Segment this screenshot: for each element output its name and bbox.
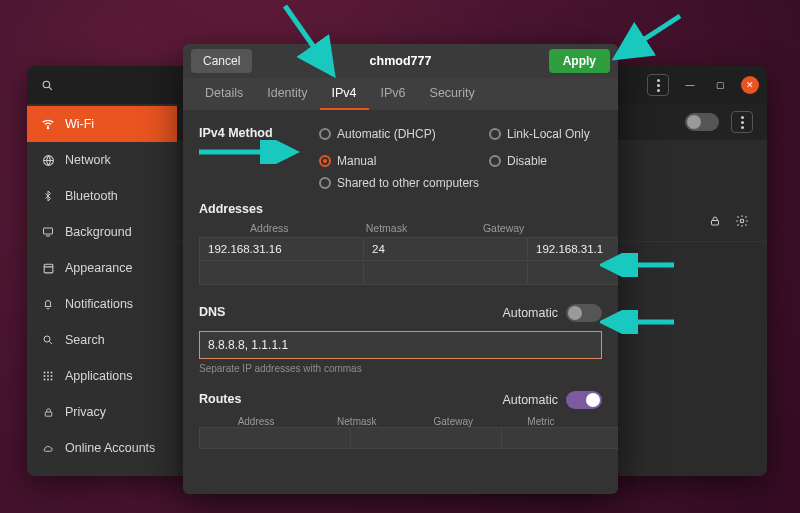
- col-netmask: Netmask: [338, 222, 436, 234]
- network-dialog: Cancel chmod777 Apply Details Identity I…: [183, 44, 618, 494]
- wifi-toggle[interactable]: [685, 113, 719, 131]
- route-netmask-input[interactable]: [351, 427, 502, 449]
- dns-input[interactable]: [199, 331, 602, 359]
- dialog-body: IPv4 Method Automatic (DHCP) Link-Local …: [183, 110, 618, 494]
- apply-button[interactable]: Apply: [549, 49, 610, 73]
- radio-label: Automatic (DHCP): [337, 127, 436, 141]
- svg-line-1: [49, 87, 52, 90]
- sidebar-item-network[interactable]: Network: [27, 142, 177, 178]
- search-icon: [41, 333, 55, 347]
- minimize-button[interactable]: —: [681, 76, 699, 94]
- address-row: [199, 237, 602, 261]
- sidebar-label: Applications: [65, 369, 132, 383]
- sidebar-label: Network: [65, 153, 111, 167]
- svg-point-17: [51, 379, 53, 381]
- dns-hint: Separate IP addresses with commas: [199, 363, 602, 374]
- tab-identity[interactable]: Identity: [255, 78, 319, 110]
- sidebar-label: Background: [65, 225, 132, 239]
- addresses-table: Address Netmask Gateway: [199, 222, 602, 285]
- radio-link[interactable]: Link-Local Only: [489, 127, 618, 141]
- search-icon[interactable]: [35, 79, 60, 92]
- lock-icon: [41, 405, 55, 419]
- svg-point-13: [47, 375, 49, 377]
- netmask-input[interactable]: [364, 261, 528, 285]
- svg-point-20: [740, 219, 744, 223]
- col-gateway: Gateway: [435, 222, 572, 234]
- svg-rect-18: [45, 412, 51, 416]
- address-input[interactable]: [199, 261, 364, 285]
- close-button[interactable]: ✕: [741, 76, 759, 94]
- svg-point-15: [44, 379, 46, 381]
- bell-icon: [41, 297, 55, 311]
- routes-section-header: Routes Automatic: [199, 388, 602, 412]
- svg-point-7: [44, 336, 50, 342]
- radio-manual[interactable]: Manual: [319, 154, 489, 168]
- radio-auto[interactable]: Automatic (DHCP): [319, 127, 489, 141]
- routes-row: [199, 427, 602, 449]
- svg-point-0: [43, 81, 50, 88]
- address-row: [199, 261, 602, 285]
- gateway-input[interactable]: [528, 261, 618, 285]
- svg-point-11: [51, 372, 53, 374]
- sidebar-item-online-accounts[interactable]: Online Accounts: [27, 430, 177, 466]
- radio-shared[interactable]: Shared to other computers: [319, 176, 618, 190]
- sidebar-item-wifi[interactable]: Wi-Fi: [27, 106, 177, 142]
- sidebar-label: Bluetooth: [65, 189, 118, 203]
- sidebar-item-background[interactable]: Background: [27, 214, 177, 250]
- ipv4-method-section: IPv4 Method Automatic (DHCP) Link-Local …: [199, 122, 602, 190]
- dialog-header: Cancel chmod777 Apply: [183, 44, 618, 78]
- tab-security[interactable]: Security: [418, 78, 487, 110]
- svg-point-12: [44, 375, 46, 377]
- menu-button[interactable]: [647, 74, 669, 96]
- col-address: Address: [201, 222, 338, 234]
- route-gateway-input[interactable]: [502, 427, 618, 449]
- more-button[interactable]: [731, 111, 753, 133]
- col-gateway: Gateway: [401, 416, 506, 427]
- sidebar-item-appearance[interactable]: Appearance: [27, 250, 177, 286]
- radio-label: Disable: [507, 154, 547, 168]
- netmask-input[interactable]: [364, 237, 528, 261]
- col-netmask: Netmask: [313, 416, 401, 427]
- display-icon: [41, 225, 55, 239]
- tab-ipv6[interactable]: IPv6: [369, 78, 418, 110]
- radio-label: Link-Local Only: [507, 127, 590, 141]
- address-input[interactable]: [199, 237, 364, 261]
- radio-disable[interactable]: Disable: [489, 154, 618, 168]
- dns-title: DNS: [199, 305, 225, 319]
- cancel-button[interactable]: Cancel: [191, 49, 252, 73]
- svg-point-10: [47, 372, 49, 374]
- routes-auto-toggle[interactable]: [566, 391, 602, 409]
- radio-label: Manual: [337, 154, 376, 168]
- wifi-icon: [41, 117, 55, 131]
- tab-details[interactable]: Details: [193, 78, 255, 110]
- svg-point-14: [51, 375, 53, 377]
- dns-section-header: DNS Automatic: [199, 301, 602, 325]
- gear-icon[interactable]: [735, 214, 749, 228]
- maximize-button[interactable]: ▢: [711, 76, 729, 94]
- gateway-input[interactable]: [528, 237, 618, 261]
- sidebar-label: Search: [65, 333, 105, 347]
- sidebar-item-privacy[interactable]: Privacy: [27, 394, 177, 430]
- dns-auto-toggle[interactable]: [566, 304, 602, 322]
- sidebar-item-bluetooth[interactable]: Bluetooth: [27, 178, 177, 214]
- svg-rect-19: [712, 220, 719, 225]
- appearance-icon: [41, 261, 55, 275]
- svg-rect-6: [44, 264, 53, 273]
- sidebar-label: Appearance: [65, 261, 132, 275]
- col-address: Address: [199, 416, 313, 427]
- sidebar-label: Wi-Fi: [65, 117, 94, 131]
- sidebar-item-search[interactable]: Search: [27, 322, 177, 358]
- svg-line-22: [620, 16, 680, 55]
- svg-point-9: [44, 372, 46, 374]
- sidebar-label: Online Accounts: [65, 441, 155, 455]
- sidebar-item-notifications[interactable]: Notifications: [27, 286, 177, 322]
- col-metric: Metric: [506, 416, 576, 427]
- sidebar-item-applications[interactable]: Applications: [27, 358, 177, 394]
- svg-point-2: [47, 128, 48, 129]
- route-address-input[interactable]: [199, 427, 351, 449]
- cloud-icon: [41, 441, 55, 455]
- dialog-title: chmod777: [252, 54, 548, 68]
- dialog-tabs: Details Identity IPv4 IPv6 Security: [183, 78, 618, 110]
- sidebar-label: Notifications: [65, 297, 133, 311]
- tab-ipv4[interactable]: IPv4: [320, 78, 369, 110]
